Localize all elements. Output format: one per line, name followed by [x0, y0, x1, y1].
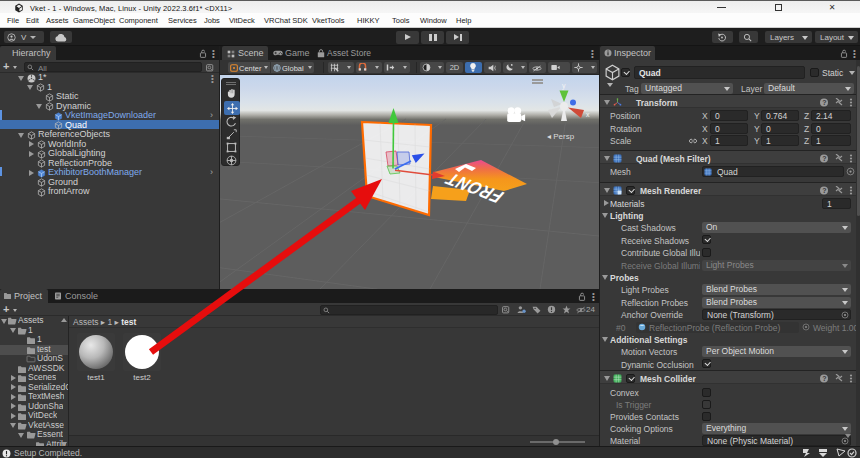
svg-text:x: x — [586, 111, 590, 118]
svg-text:?: ? — [822, 99, 826, 106]
svg-text:y: y — [562, 82, 566, 90]
svg-text:?: ? — [822, 187, 826, 194]
svg-text:?: ? — [822, 155, 826, 162]
svg-text:?: ? — [822, 375, 826, 382]
